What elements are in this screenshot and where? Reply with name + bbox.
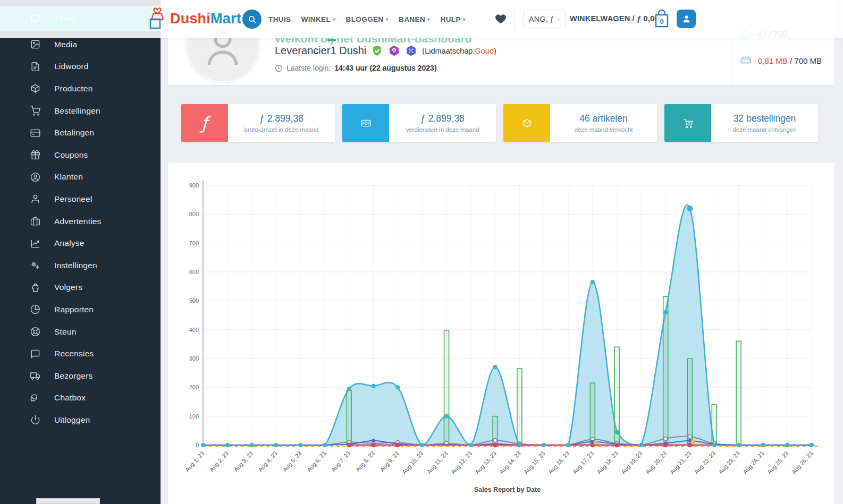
- verified-badge-icon: [371, 45, 383, 57]
- search-icon: [248, 15, 257, 24]
- horizontal-scrollbar-thumb[interactable]: [36, 498, 100, 504]
- last-login-row: Laatste login: 14:43 uur (22 augustus 20…: [275, 64, 436, 72]
- top-header: DushiMart THUISWINKEL▾BLOGGEN▾BANEN▾HULP…: [0, 0, 843, 38]
- user-icon: [682, 14, 691, 23]
- stat-card-label: verdiensten in deze maand: [406, 126, 479, 133]
- sidebar-item-label: Personeel: [54, 194, 92, 204]
- chevron-down-icon: ▾: [386, 16, 389, 22]
- svg-text:0: 0: [196, 442, 199, 448]
- stat-card-icon: [503, 104, 550, 142]
- svg-text:Aug 23, 23: Aug 23, 23: [718, 450, 741, 475]
- sidebar-item-instellingen[interactable]: Instellingen: [0, 254, 161, 277]
- stat-card-icon: [664, 104, 711, 142]
- sidebar: Thuis MediaLidwoordProductenBestellingen…: [0, 0, 161, 504]
- last-login-label: Laatste login:: [286, 64, 331, 72]
- wishlist-button[interactable]: [494, 13, 507, 27]
- user-icon: [30, 194, 40, 204]
- user-circle-icon: [30, 172, 40, 182]
- file-icon: [30, 62, 40, 72]
- package-icon: [30, 83, 40, 93]
- svg-text:Aug 10, 23: Aug 10, 23: [401, 450, 425, 475]
- sidebar-item-label: Volgers: [54, 283, 82, 292]
- svg-text:Aug 1, 23: Aug 1, 23: [184, 450, 205, 473]
- svg-text:Aug 17, 23: Aug 17, 23: [571, 450, 595, 475]
- sidebar-item-coupons[interactable]: Coupons: [0, 144, 161, 166]
- nav-item-banen[interactable]: BANEN▾: [399, 15, 430, 23]
- cart-button[interactable]: 0: [653, 8, 671, 32]
- stat-card-value: 46 artikelen: [579, 113, 627, 124]
- svg-text:Aug 6, 23: Aug 6, 23: [306, 450, 327, 473]
- nav-item-thuis[interactable]: THUIS: [268, 15, 291, 23]
- package-icon: [522, 114, 532, 132]
- stat-card-icon: [342, 104, 389, 142]
- sidebar-item-chatbox[interactable]: Chatbox: [0, 387, 161, 409]
- search-button[interactable]: [242, 10, 262, 29]
- sidebar-item-label: Chatbox: [54, 393, 86, 403]
- svg-text:Aug 12, 23: Aug 12, 23: [450, 450, 474, 475]
- cart-total[interactable]: WINKELWAGEN / ƒ 0,00: [570, 14, 659, 23]
- cart-icon: [30, 106, 40, 116]
- briefcase-icon: [30, 216, 40, 226]
- svg-text:Aug 16, 23: Aug 16, 23: [547, 450, 571, 475]
- sidebar-item-label: Lidwoord: [54, 62, 89, 71]
- svg-text:Aug 7, 23: Aug 7, 23: [330, 450, 351, 473]
- gears-icon: [30, 260, 40, 270]
- sidebar-item-uitloggen[interactable]: Uitloggen: [0, 409, 161, 431]
- last-login-value: 14:43 uur (22 augustus 2023): [334, 64, 436, 72]
- heart-icon: [494, 13, 507, 25]
- message-icon: [30, 349, 40, 359]
- sidebar-item-volgers[interactable]: Volgers: [0, 277, 161, 299]
- cart-count: 0: [660, 18, 663, 25]
- account-button[interactable]: [677, 10, 696, 28]
- brand-name: DushiMart: [170, 11, 241, 27]
- sidebar-item-personeel[interactable]: Personeel: [0, 188, 161, 210]
- sales-chart-card: 0100200300400500600700800900Aug 1, 23Aug…: [168, 163, 834, 504]
- svg-text:Aug 22, 23: Aug 22, 23: [693, 450, 717, 475]
- sidebar-item-betalingen[interactable]: Betalingen: [0, 122, 161, 144]
- svg-text:Aug 3, 23: Aug 3, 23: [233, 450, 254, 473]
- person-icon: [30, 283, 40, 293]
- sidebar-item-lidwoord[interactable]: Lidwoord: [0, 56, 161, 78]
- sidebar-item-label: Steun: [54, 327, 77, 337]
- sidebar-item-label: Recensies: [54, 349, 94, 358]
- sidebar-item-klanten[interactable]: Klanten: [0, 166, 161, 189]
- sidebar-item-label: Producten: [54, 84, 92, 93]
- chat-icon: [30, 393, 40, 403]
- sidebar-item-analyse[interactable]: Analyse: [0, 232, 161, 254]
- sidebar-item-bestellingen[interactable]: Bestellingen: [0, 100, 161, 122]
- nav-item-bloggen[interactable]: BLOGGEN▾: [346, 15, 389, 23]
- sidebar-item-label: Klanten: [54, 172, 83, 182]
- sidebar-menu: MediaLidwoordProductenBestellingenBetali…: [0, 33, 161, 431]
- header-divider: [514, 9, 515, 29]
- credit-card-icon: [30, 128, 40, 138]
- svg-text:Aug 14, 23: Aug 14, 23: [498, 450, 522, 475]
- svg-text:200: 200: [189, 384, 199, 390]
- dots-badge-icon: [405, 45, 417, 57]
- dashboard-page: Thuis MediaLidwoordProductenBestellingen…: [0, 0, 843, 504]
- stat-card-label: deze maand ontvangen: [732, 126, 796, 133]
- chevron-down-icon: ▾: [463, 16, 466, 22]
- sidebar-item-rapporten[interactable]: Rapporten: [0, 298, 161, 321]
- chevron-icon: ‹: [558, 15, 560, 23]
- sidebar-item-recensies[interactable]: Recensies: [0, 343, 161, 365]
- sidebar-item-producten[interactable]: Producten: [0, 78, 161, 100]
- florin-icon: ƒ: [201, 113, 207, 133]
- svg-text:Aug 18, 23: Aug 18, 23: [596, 450, 620, 475]
- sidebar-item-label: Bezorgers: [54, 371, 92, 381]
- usage-row-storage: 0,81 MB / 700 MB: [732, 47, 834, 74]
- main-nav: THUISWINKEL▾BLOGGEN▾BANEN▾HULP▾: [268, 0, 466, 38]
- svg-text:Aug 9, 23: Aug 9, 23: [378, 450, 400, 473]
- sidebar-item-label: Media: [54, 40, 77, 49]
- sidebar-item-bezorgers[interactable]: Bezorgers: [0, 365, 161, 387]
- svg-text:Aug 25, 23: Aug 25, 23: [766, 450, 790, 475]
- currency-selector[interactable]: ANG, ƒ ‹: [523, 10, 566, 28]
- lifebuoy-icon: [30, 327, 40, 337]
- sidebar-item-label: Bestellingen: [54, 106, 100, 116]
- nav-item-hulp[interactable]: HULP▾: [441, 15, 466, 23]
- banknote-icon: [361, 114, 371, 132]
- brand-logo[interactable]: DushiMart: [147, 6, 241, 31]
- sidebar-item-advertenties[interactable]: Advertenties: [0, 210, 161, 233]
- cart-bag-icon: 0: [653, 8, 671, 30]
- nav-item-winkel[interactable]: WINKEL▾: [301, 15, 336, 23]
- sidebar-item-steun[interactable]: Steun: [0, 321, 161, 343]
